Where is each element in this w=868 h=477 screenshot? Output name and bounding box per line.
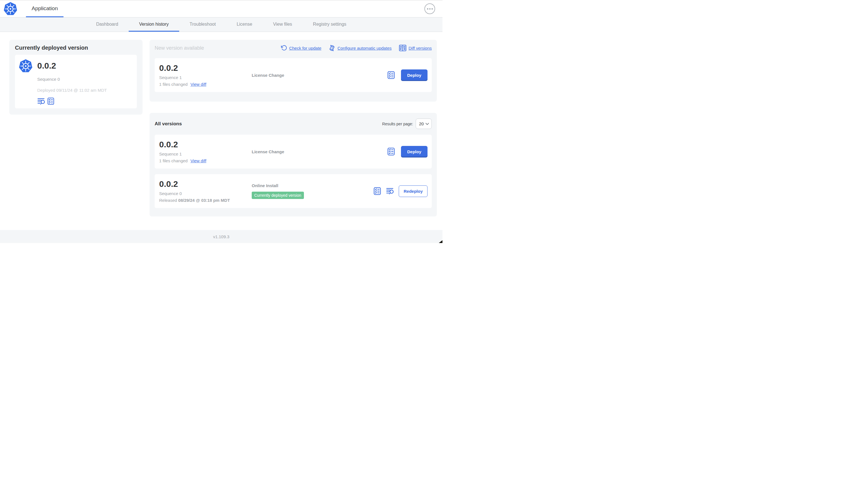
version-source: License Change (252, 73, 388, 78)
version-sequence: Sequence 1 (159, 75, 252, 80)
tab-view-files[interactable]: View files (263, 18, 303, 32)
version-row: 0.0.2 Sequence 0 Released 08/29/24 @ 03:… (155, 174, 432, 208)
deploy-button[interactable]: Deploy (401, 69, 428, 81)
tab-version-history[interactable]: Version history (129, 18, 179, 32)
files-changed: 1 files changed (159, 158, 188, 163)
version-row: 0.0.2 Sequence 1 1 files changed View di… (155, 135, 432, 169)
refresh-icon (281, 45, 287, 51)
released-timestamp: Released 08/29/24 @ 03:18 pm MDT (159, 198, 252, 203)
kubernetes-app-icon (19, 59, 33, 105)
more-options-button[interactable] (425, 3, 435, 14)
files-changed: 1 files changed (159, 82, 188, 87)
tab-registry-settings[interactable]: Registry settings (303, 18, 357, 32)
secondary-nav: Dashboard Version history Troubleshoot L… (0, 18, 442, 32)
diff-icon (399, 44, 406, 51)
new-version-panel: New version available Check for update C… (150, 40, 437, 101)
results-per-page-value: 20 (419, 121, 424, 126)
tab-license[interactable]: License (226, 18, 263, 32)
ellipsis-icon (427, 8, 428, 9)
app-header: Application (0, 0, 442, 18)
view-diff-link[interactable]: View diff (190, 82, 206, 87)
app-title: Application (32, 5, 58, 11)
preflight-checks-icon[interactable] (48, 97, 54, 105)
preflight-checks-icon[interactable] (374, 187, 381, 195)
auto-update-clock-icon (329, 44, 335, 51)
currently-deployed-panel: Currently deployed version 0.0.2 Sequenc… (9, 40, 143, 115)
view-logs-icon[interactable] (37, 98, 45, 105)
deployed-timestamp: Deployed 09/11/24 @ 11:02 am MDT (37, 88, 107, 93)
tab-dashboard[interactable]: Dashboard (86, 18, 129, 32)
app-title-tab[interactable]: Application (26, 0, 63, 17)
main-content: Currently deployed version 0.0.2 Sequenc… (0, 32, 442, 230)
check-for-update-link[interactable]: Check for update (281, 45, 321, 51)
footer: v1.109.3 (0, 230, 442, 243)
view-logs-icon[interactable] (386, 188, 394, 195)
version-number: 0.0.2 (159, 140, 252, 149)
right-column: New version available Check for update C… (150, 40, 437, 216)
new-version-title: New version available (155, 45, 204, 51)
currently-deployed-card: 0.0.2 Sequence 0 Deployed 09/11/24 @ 11:… (15, 55, 137, 109)
deployed-version-number: 0.0.2 (37, 59, 107, 72)
version-number: 0.0.2 (159, 64, 252, 72)
all-versions-panel: All versions Results per page: 20 0.0.2 … (150, 113, 437, 216)
tab-troubleshoot[interactable]: Troubleshoot (179, 18, 226, 32)
version-sequence: Sequence 1 (159, 152, 252, 156)
currently-deployed-title: Currently deployed version (15, 44, 137, 51)
results-per-page-select[interactable]: 20 (416, 119, 432, 129)
preflight-checks-icon[interactable] (388, 71, 395, 79)
chevron-down-icon (426, 123, 429, 125)
diff-versions-link[interactable]: Diff versions (399, 44, 432, 51)
console-version: v1.109.3 (213, 234, 229, 239)
version-source: License Change (252, 149, 388, 154)
configure-automatic-updates-link[interactable]: Configure automatic updates (329, 44, 392, 51)
version-source: Online Install (252, 183, 374, 188)
view-diff-link[interactable]: View diff (190, 158, 206, 163)
version-sequence: Sequence 0 (159, 191, 252, 196)
version-number: 0.0.2 (159, 180, 252, 188)
redeploy-button[interactable]: Redeploy (399, 185, 428, 197)
deployed-sequence: Sequence 0 (37, 77, 107, 82)
kubernetes-logo-icon (3, 0, 18, 17)
results-per-page-label: Results per page: (382, 122, 413, 126)
new-version-card: 0.0.2 Sequence 1 1 files changed View di… (155, 58, 432, 92)
currently-deployed-badge: Currently deployed version (252, 192, 304, 199)
deploy-button[interactable]: Deploy (401, 146, 428, 157)
all-versions-title: All versions (155, 121, 182, 127)
preflight-checks-icon[interactable] (388, 148, 395, 155)
